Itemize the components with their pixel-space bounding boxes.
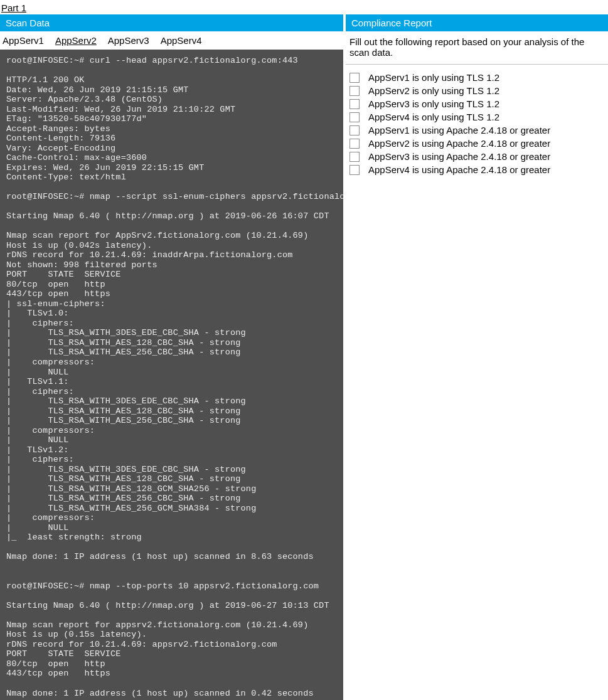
checkbox-label: AppServ4 is using Apache 2.4.18 or great… bbox=[368, 164, 550, 175]
checkbox-label: AppServ3 is only using TLS 1.2 bbox=[368, 98, 499, 109]
tab-appserv4[interactable]: AppServ4 bbox=[161, 35, 202, 46]
compliance-instruction: Fill out the following report based on y… bbox=[346, 31, 608, 65]
checkbox-appserv2-apache[interactable] bbox=[349, 139, 360, 149]
list-item: AppServ4 is using Apache 2.4.18 or great… bbox=[349, 163, 604, 176]
checkbox-label: AppServ2 is using Apache 2.4.18 or great… bbox=[368, 138, 550, 149]
checkbox-label: AppServ1 is using Apache 2.4.18 or great… bbox=[368, 125, 550, 135]
server-tabs: AppServ1 AppServ2 AppServ3 AppServ4 bbox=[0, 31, 343, 50]
scan-data-header: Scan Data bbox=[0, 14, 343, 31]
tab-appserv1[interactable]: AppServ1 bbox=[3, 35, 44, 46]
checkbox-label: AppServ4 is only using TLS 1.2 bbox=[368, 112, 499, 122]
list-item: AppServ1 is only using TLS 1.2 bbox=[349, 71, 604, 84]
checkbox-appserv1-tls[interactable] bbox=[349, 73, 360, 83]
scan-data-panel: Scan Data AppServ1 AppServ2 AppServ3 App… bbox=[0, 14, 343, 700]
checkbox-appserv1-apache[interactable] bbox=[349, 125, 360, 135]
list-item: AppServ3 is only using TLS 1.2 bbox=[349, 97, 604, 110]
tab-appserv2[interactable]: AppServ2 bbox=[55, 35, 97, 46]
list-item: AppServ3 is using Apache 2.4.18 or great… bbox=[349, 150, 604, 163]
compliance-checklist: AppServ1 is only using TLS 1.2 AppServ2 … bbox=[346, 65, 608, 183]
list-item: AppServ4 is only using TLS 1.2 bbox=[349, 110, 604, 124]
checkbox-appserv4-apache[interactable] bbox=[349, 165, 360, 175]
checkbox-appserv3-apache[interactable] bbox=[349, 152, 360, 162]
checkbox-label: AppServ1 is only using TLS 1.2 bbox=[368, 72, 499, 83]
checkbox-appserv3-tls[interactable] bbox=[349, 99, 360, 109]
checkbox-appserv2-tls[interactable] bbox=[349, 86, 360, 96]
part-link[interactable]: Part 1 bbox=[0, 0, 28, 14]
checkbox-appserv4-tls[interactable] bbox=[349, 112, 360, 122]
checkbox-label: AppServ3 is using Apache 2.4.18 or great… bbox=[368, 151, 550, 162]
list-item: AppServ1 is using Apache 2.4.18 or great… bbox=[349, 124, 604, 137]
compliance-panel: Compliance Report Fill out the following… bbox=[346, 14, 608, 700]
tab-appserv3[interactable]: AppServ3 bbox=[108, 35, 149, 46]
compliance-header: Compliance Report bbox=[346, 14, 608, 31]
checkbox-label: AppServ2 is only using TLS 1.2 bbox=[368, 85, 499, 96]
main-container: Scan Data AppServ1 AppServ2 AppServ3 App… bbox=[0, 14, 608, 700]
terminal-output: root@INFOSEC:~# curl --head appsrv2.fict… bbox=[0, 50, 343, 700]
list-item: AppServ2 is using Apache 2.4.18 or great… bbox=[349, 137, 604, 150]
list-item: AppServ2 is only using TLS 1.2 bbox=[349, 84, 604, 97]
